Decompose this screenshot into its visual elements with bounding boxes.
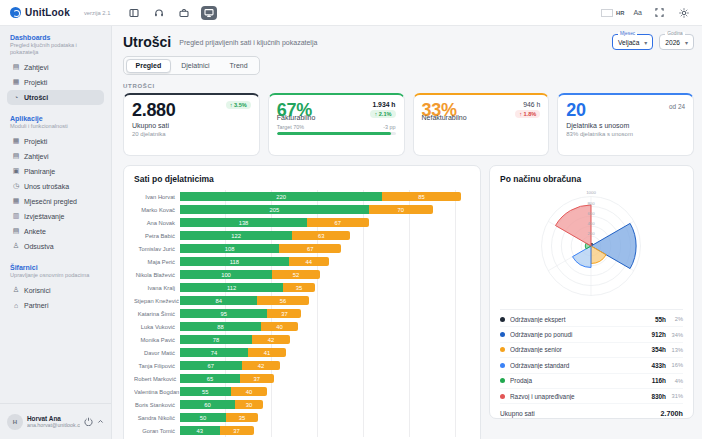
bar-segment-fakturabilno[interactable]: 67 [180, 361, 242, 371]
page-header: Utrošci Pregled prijavljenih sati i klju… [123, 34, 694, 50]
sidebar-item-zahtjevi[interactable]: ▤ Zahtjevi [7, 149, 104, 164]
employee-label: Maja Perić [134, 259, 180, 265]
sidebar-item-planiranje[interactable]: ▣ Planiranje [7, 164, 104, 179]
bar-segment-fakturabilno[interactable]: 205 [180, 205, 369, 215]
bar-plot: 43 37 [180, 424, 470, 437]
bar-segment-nefakturabilno[interactable]: 40 [261, 322, 298, 332]
tab-trend[interactable]: Trend [220, 59, 258, 73]
sidebar-item-label: Mjesečni pregled [24, 198, 77, 205]
sidebar-toggle-icon[interactable] [126, 6, 142, 20]
bar-segment-nefakturabilno[interactable]: 56 [257, 296, 309, 306]
bar-segment-nefakturabilno[interactable]: 52 [272, 270, 320, 280]
tab-djelatnici[interactable]: Djelatnici [171, 59, 219, 73]
bar-segment-nefakturabilno[interactable]: 85 [382, 192, 460, 202]
kpi-value: 2.880 [132, 101, 176, 120]
bar-segment-nefakturabilno[interactable]: 37 [240, 374, 274, 384]
sidebar: Dashboards Pregled ključnih podataka i p… [0, 26, 112, 439]
employee-label: Tanja Filipović [134, 363, 180, 369]
user-name: Horvat Ana [27, 415, 80, 422]
bar-segment-nefakturabilno[interactable]: 35 [283, 283, 315, 293]
projects-icon: ▦ [12, 78, 20, 86]
bar-segment-fakturabilno[interactable]: 138 [180, 218, 307, 228]
sidebar-item-mjese-ni-pregled[interactable]: ▦ Mjesečni pregled [7, 194, 104, 209]
polar-tick-label: 600 [587, 211, 595, 216]
sidebar-section-subtitle: Pregled ključnih podataka i pokazatelja [7, 42, 104, 56]
kpi-trend-badge: ↑ 3.5% [226, 101, 251, 109]
legend-row-odr-avanje-po-ponudi[interactable]: Održavanje po ponudi 912h 34% [500, 327, 683, 342]
bar-segment-nefakturabilno[interactable]: 35 [226, 413, 258, 423]
bar-chart-rows: Ivan Horvat 220 85 Marko Kovač 205 70 An… [134, 190, 470, 437]
legend-row-prodaja[interactable]: Prodaja 116h 4% [500, 374, 683, 389]
bar-segment-nefakturabilno[interactable]: 40 [231, 387, 268, 397]
legend-row-razvoj-i-unapre-ivanje[interactable]: Razvoj i unapređivanje 830h 31% [500, 389, 683, 404]
fullscreen-icon[interactable] [651, 6, 667, 20]
legend-row-odr-avanje-ekspert[interactable]: Održavanje ekspert 55h 2% [500, 312, 683, 327]
bar-segment-fakturabilno[interactable]: 108 [180, 244, 279, 254]
clock-icon: ◔ [12, 94, 20, 101]
bar-segment-nefakturabilno[interactable]: 30 [235, 400, 263, 410]
bar-segment-nefakturabilno[interactable]: 67 [279, 244, 341, 254]
legend-row-odr-avanje-senior[interactable]: Održavanje senior 354h 13% [500, 343, 683, 358]
employee-label: Nikola Blažević [134, 272, 180, 278]
bar-segment-nefakturabilno[interactable]: 37 [267, 309, 301, 319]
bar-segment-nefakturabilno[interactable]: 67 [307, 218, 369, 228]
report-chart-icon: ▥ [12, 212, 20, 220]
bar-segment-nefakturabilno[interactable]: 63 [292, 231, 350, 241]
bar-segment-fakturabilno[interactable]: 74 [180, 348, 248, 358]
sidebar-item-izvje-tavanje[interactable]: ▥ Izvještavanje [7, 209, 104, 224]
theme-sun-icon[interactable] [676, 6, 692, 20]
collapse-chevron-icon[interactable] [97, 418, 104, 425]
sidebar-item-odsustva[interactable]: ♙ Odsustva [7, 239, 104, 254]
sidebar-item-unos-utro-aka[interactable]: ◷ Unos utrošaka [7, 179, 104, 194]
legend-row-odr-avanje-standard[interactable]: Održavanje standard 433h 16% [500, 358, 683, 373]
polar-sector-razvoj-i-unapre-ivanje[interactable] [555, 205, 591, 246]
sidebar-item-korisnici[interactable]: ♙ Korisnici [7, 283, 104, 298]
bar-segment-nefakturabilno[interactable]: 44 [289, 257, 330, 267]
logout-power-icon[interactable] [84, 417, 93, 426]
bar-segment-fakturabilno[interactable]: 220 [180, 192, 382, 202]
legend-hours: 830h [640, 393, 666, 400]
text-size-icon[interactable]: Aa [633, 9, 642, 16]
sidebar-item-label: Partneri [24, 302, 49, 309]
bar-segment-fakturabilno[interactable]: 112 [180, 283, 283, 293]
bar-row: Luka Vuković 88 40 [134, 320, 470, 333]
dashboard-monitor-icon[interactable] [201, 6, 217, 20]
bar-segment-fakturabilno[interactable]: 60 [180, 400, 235, 410]
bar-segment-fakturabilno[interactable]: 55 [180, 387, 231, 397]
kpi-trend-badge: ↑ 2.1% [370, 110, 395, 118]
sidebar-item-projekti[interactable]: ▦ Projekti [7, 75, 104, 90]
bar-segment-nefakturabilno[interactable]: 41 [248, 348, 286, 358]
bar-segment-fakturabilno[interactable]: 122 [180, 231, 292, 241]
sidebar-item-ankete[interactable]: ▤ Ankete [7, 224, 104, 239]
sidebar-item-utro-ci[interactable]: ◔ Utrošci [7, 90, 104, 105]
sidebar-item-projekti[interactable]: ▦ Projekti [7, 134, 104, 149]
bar-segment-nefakturabilno[interactable]: 42 [252, 335, 291, 345]
year-select[interactable]: Godina 2026 ▾ [659, 34, 694, 50]
headset-icon[interactable] [151, 6, 167, 20]
bar-segment-fakturabilno[interactable]: 65 [180, 374, 240, 384]
kpi-sub: 20 djelatnika [132, 131, 251, 137]
folder-icon: ▦ [12, 137, 20, 145]
month-select[interactable]: Mjesec Veljača ▾ [612, 34, 653, 50]
bar-segment-fakturabilno[interactable]: 84 [180, 296, 257, 306]
bar-segment-fakturabilno[interactable]: 43 [180, 426, 220, 436]
tab-pregled[interactable]: Pregled [126, 59, 172, 73]
bar-row: Tanja Filipović 67 42 [134, 359, 470, 372]
page-subtitle: Pregled prijavljenih sati i ključnih pok… [179, 39, 317, 46]
language-switcher[interactable]: HR [601, 9, 624, 17]
bar-segment-fakturabilno[interactable]: 118 [180, 257, 289, 267]
bar-segment-fakturabilno[interactable]: 100 [180, 270, 272, 280]
legend-percent: 4% [666, 378, 683, 384]
briefcase-icon[interactable] [176, 6, 192, 20]
bar-segment-fakturabilno[interactable]: 50 [180, 413, 226, 423]
sidebar-item-partneri[interactable]: ⌂ Partneri [7, 298, 104, 313]
sidebar-item-zahtjevi[interactable]: ▤ Zahtjevi [7, 60, 104, 75]
bar-segment-fakturabilno[interactable]: 95 [180, 309, 267, 319]
bar-segment-nefakturabilno[interactable]: 70 [369, 205, 433, 215]
bar-segment-nefakturabilno[interactable]: 37 [220, 426, 254, 436]
bar-segment-nefakturabilno[interactable]: 42 [242, 361, 281, 371]
hours-by-employee-panel: Sati po djelatnicima Ivan Horvat 220 85 … [123, 165, 481, 439]
bar-segment-fakturabilno[interactable]: 78 [180, 335, 252, 345]
bar-segment-fakturabilno[interactable]: 88 [180, 322, 261, 332]
employee-label: Davor Matić [134, 350, 180, 356]
